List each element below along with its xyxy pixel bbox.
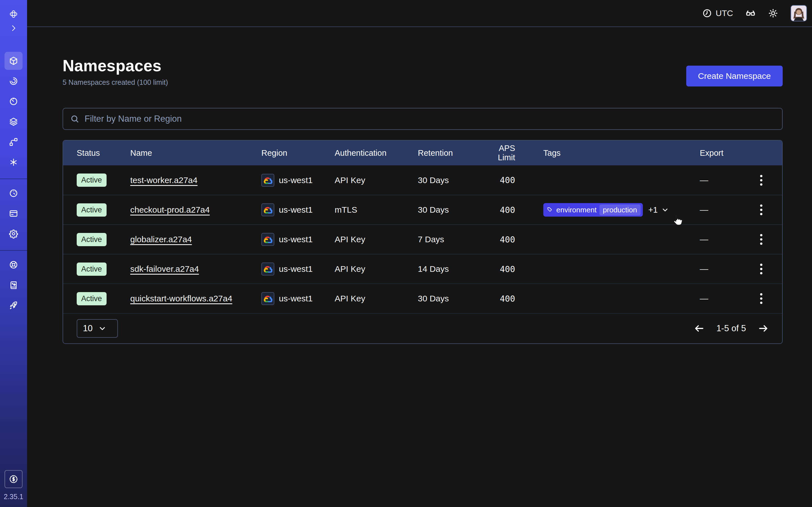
prev-page-button[interactable]: [694, 323, 705, 334]
filter-input[interactable]: Filter by Name or Region: [63, 108, 783, 130]
export-cell: —: [700, 264, 745, 274]
export-cell: —: [700, 294, 745, 303]
filter-placeholder: Filter by Name or Region: [85, 114, 182, 124]
page-range: 1-5 of 5: [716, 323, 746, 334]
sidebar-item-namespaces[interactable]: [4, 52, 22, 70]
sidebar-divider: [0, 179, 27, 179]
timezone-selector[interactable]: UTC: [702, 8, 733, 18]
sun-icon[interactable]: [768, 8, 778, 18]
sidebar-item-deployments[interactable]: [4, 113, 22, 131]
sidebar-item-workflows[interactable]: [4, 72, 22, 90]
gcp-cloud-icon: [261, 203, 274, 216]
app-version: 2.35.1: [4, 493, 23, 501]
sidebar-item-settings[interactable]: [4, 225, 22, 243]
region-label: us-west1: [279, 294, 313, 303]
topbar: UTC: [27, 0, 812, 27]
gcp-cloud-icon: [261, 174, 274, 187]
sidebar-item-usage[interactable]: [4, 184, 22, 202]
search-icon: [70, 114, 80, 124]
branch-icon: [9, 137, 18, 147]
timer-icon: [9, 97, 18, 106]
col-aps-limit: APS Limit: [480, 144, 515, 162]
namespace-link[interactable]: quickstart-workflows.a27a4: [130, 294, 232, 303]
rocket-icon: [9, 300, 18, 310]
gcp-cloud-icon: [261, 263, 274, 276]
row-actions-menu[interactable]: [754, 230, 769, 248]
col-name: Name: [130, 149, 261, 158]
layers-icon: [9, 117, 18, 126]
status-badge: Active: [77, 233, 107, 246]
main-content: Namespaces 5 Namespaces created (100 lim…: [27, 27, 812, 507]
col-authentication: Authentication: [335, 149, 418, 158]
retention-cell: 14 Days: [418, 264, 480, 274]
lifebuoy-icon: [9, 260, 18, 270]
expand-chevron-icon[interactable]: [7, 22, 20, 34]
sidebar-item-support[interactable]: [4, 256, 22, 274]
sidebar-item-billing[interactable]: [4, 205, 22, 223]
gear-icon: [9, 229, 18, 238]
retention-cell: 7 Days: [418, 235, 480, 244]
arrow-right-icon: [758, 323, 769, 334]
sidebar-item-docs[interactable]: [4, 276, 22, 294]
col-export: Export: [700, 149, 745, 158]
app-window: 2.35.1 UTC Namespaces 5 Namespaces creat…: [0, 0, 812, 507]
row-actions-menu[interactable]: [754, 290, 769, 307]
cube-icon: [9, 56, 18, 66]
sidebar-divider: [0, 250, 27, 251]
book-sparkles-icon: [9, 280, 18, 290]
sidebar-item-nexus[interactable]: [4, 133, 22, 151]
glasses-icon[interactable]: [746, 8, 756, 18]
aps-cell: 400: [480, 264, 515, 274]
table-row: Active test-worker.a27a4 us-west1 API Ke…: [63, 165, 782, 195]
namespace-link[interactable]: sdk-failover.a27a4: [130, 264, 199, 274]
create-namespace-button[interactable]: Create Namespace: [686, 66, 783, 87]
region-label: us-west1: [279, 205, 313, 215]
region-label: us-west1: [279, 264, 313, 274]
auth-cell: API Key: [335, 264, 418, 274]
table-row: Active globalizer.a27a4 us-west1 API Key…: [63, 224, 782, 254]
namespace-link[interactable]: globalizer.a27a4: [130, 235, 192, 244]
tags-cell: environment production +1: [515, 203, 700, 217]
tag-value: production: [599, 205, 640, 216]
sidebar-item-batch-operations[interactable]: [4, 153, 22, 171]
status-badge: Active: [77, 292, 107, 305]
aps-cell: 400: [480, 175, 515, 185]
next-page-button[interactable]: [758, 323, 769, 334]
arrow-left-icon: [694, 323, 705, 334]
page-size-select[interactable]: 10: [77, 319, 118, 338]
export-cell: —: [700, 205, 745, 215]
page-size-value: 10: [83, 323, 93, 334]
row-actions-menu[interactable]: [754, 260, 769, 278]
table-row: Active quickstart-workflows.a27a4 us-wes…: [63, 284, 782, 313]
tag-more-count[interactable]: +1: [649, 205, 658, 215]
col-status: Status: [77, 149, 130, 158]
namespace-link[interactable]: test-worker.a27a4: [130, 175, 197, 185]
export-cell: —: [700, 235, 745, 244]
avatar[interactable]: [791, 5, 807, 21]
auth-cell: API Key: [335, 175, 418, 185]
row-actions-menu[interactable]: [754, 201, 769, 219]
sidebar-item-schedules[interactable]: [4, 93, 22, 110]
retention-cell: 30 Days: [418, 175, 480, 185]
spiral-icon: [9, 76, 18, 86]
table-body: Active test-worker.a27a4 us-west1 API Ke…: [63, 165, 782, 313]
chevron-down-icon: [98, 324, 107, 333]
col-tags: Tags: [515, 149, 700, 158]
pricing-badge-button[interactable]: [4, 470, 22, 488]
sidebar-item-getting-started[interactable]: [4, 296, 22, 314]
aps-cell: 400: [480, 205, 515, 215]
region-label: us-west1: [279, 235, 313, 244]
tag-key: environment: [556, 206, 597, 214]
namespace-link[interactable]: checkout-prod.a27a4: [130, 205, 210, 214]
temporal-logo[interactable]: [7, 8, 20, 20]
billing-card-icon: [9, 209, 18, 218]
tag-chip[interactable]: environment production: [543, 203, 643, 217]
status-badge: Active: [77, 173, 107, 187]
page-title: Namespaces: [63, 56, 168, 75]
gcp-cloud-icon: [261, 292, 274, 305]
gauge-icon: [9, 188, 18, 198]
export-cell: —: [700, 175, 745, 185]
sidebar: 2.35.1: [0, 0, 27, 507]
chevron-down-icon[interactable]: [661, 206, 669, 214]
row-actions-menu[interactable]: [754, 171, 769, 189]
